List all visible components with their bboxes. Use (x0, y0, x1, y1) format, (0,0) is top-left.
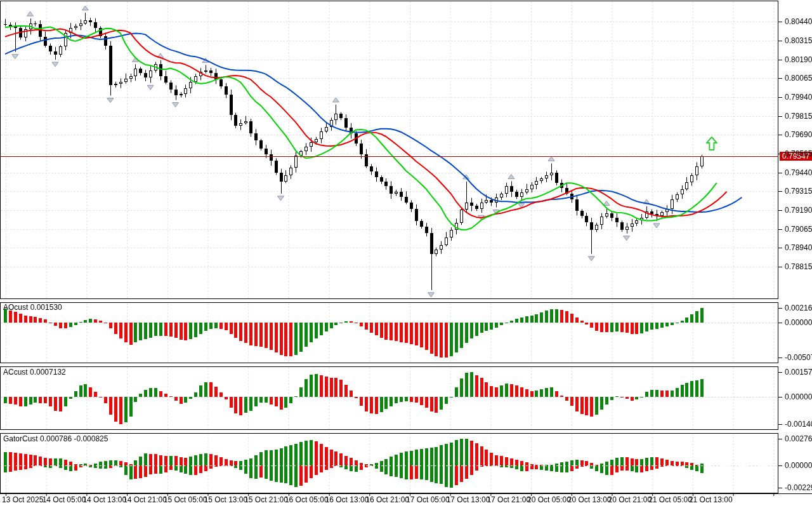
price-chart-canvas[interactable] (0, 0, 812, 508)
trading-chart-window: AOcust 0.001530 ACcust 0.0007132 GatorCu… (0, 0, 812, 508)
